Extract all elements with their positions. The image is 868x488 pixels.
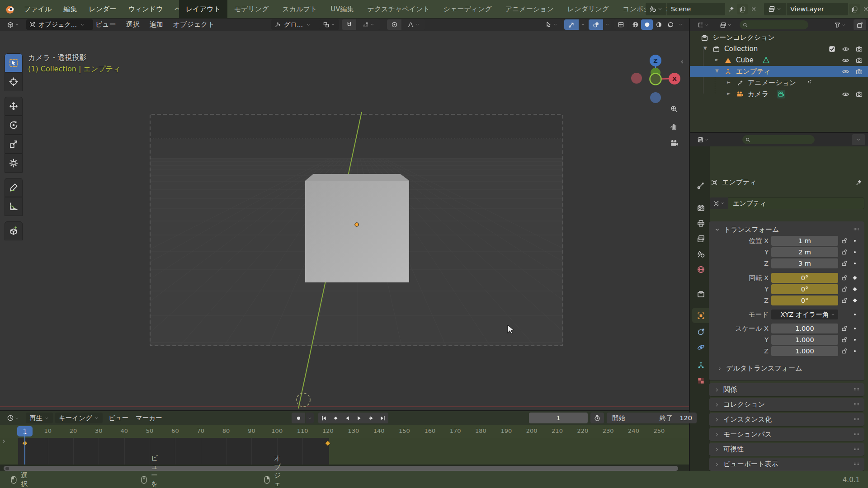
animate-dot-icon[interactable] — [852, 311, 858, 318]
panel-grip-icon[interactable] — [853, 386, 860, 393]
outliner-row-シーンコレクション[interactable]: シーンコレクション — [690, 32, 868, 43]
scene-close-button[interactable] — [749, 3, 759, 15]
properties-tab-view-layer[interactable] — [692, 231, 710, 246]
disclosure-open-icon[interactable]: ▼ — [715, 68, 719, 73]
panel-モーションパス[interactable]: モーションパス — [709, 428, 864, 441]
pivot-point-dropdown[interactable] — [319, 19, 339, 30]
editor-type-button-timeline[interactable] — [3, 413, 24, 423]
play-reverse-button[interactable] — [342, 413, 353, 423]
playhead-line[interactable] — [24, 428, 25, 465]
properties-tab-physics[interactable] — [692, 339, 710, 355]
shading-rendered-button[interactable] — [665, 19, 676, 30]
tool-rotate-button[interactable] — [5, 116, 23, 135]
lock-open-icon[interactable] — [841, 347, 848, 354]
tool-scale-button[interactable] — [5, 135, 23, 154]
tool-select-box-button[interactable] — [5, 53, 23, 72]
lock-open-icon[interactable] — [841, 249, 848, 255]
previous-keyframe-button[interactable] — [330, 413, 341, 423]
viewlayer-copy-button[interactable] — [849, 4, 860, 14]
shading-wireframe-button[interactable] — [629, 19, 641, 30]
keying-dropdown[interactable] — [306, 413, 314, 423]
animate-dot-icon[interactable] — [852, 238, 858, 244]
mode-dropdown[interactable]: オブジェク... — [26, 19, 93, 30]
hide-viewport-eye-icon[interactable] — [842, 45, 849, 53]
current-frame-field[interactable]: 1 — [529, 413, 588, 423]
topbar-menu-ウィンドウ[interactable]: ウィンドウ — [122, 5, 169, 14]
auto-keying-toggle[interactable] — [292, 413, 305, 423]
timeline-menu-再生[interactable]: 再生 — [26, 413, 53, 423]
transform-value-field[interactable]: 0° — [771, 273, 838, 283]
topbar-menu-レンダー[interactable]: レンダー — [83, 5, 122, 14]
workspace-tab-アニメーション[interactable]: アニメーション — [499, 0, 561, 18]
disable-render-camera-icon[interactable] — [855, 68, 863, 75]
keyframe-diamond-frame-120[interactable] — [325, 440, 331, 446]
tool-measure-button[interactable] — [5, 197, 23, 216]
scene-copy-button[interactable] — [737, 4, 748, 14]
timeline-menu-ビュー[interactable]: ビュー — [105, 413, 132, 423]
toggle-camera-view-icon[interactable] — [668, 137, 680, 149]
panel-インスタンス化[interactable]: インスタンス化 — [709, 413, 864, 426]
object-type-visibility-dropdown[interactable] — [541, 19, 562, 30]
transform-value-field[interactable]: 1.000 — [771, 324, 838, 333]
properties-tab-scene[interactable] — [692, 246, 710, 262]
panel-ビューポート表示[interactable]: ビューポート表示 — [709, 458, 864, 471]
animate-dot-icon[interactable] — [852, 325, 858, 332]
outliner-filter-dropdown[interactable] — [830, 19, 850, 30]
rotation-mode-dropdown[interactable]: XYZ オイラー角 — [771, 310, 838, 319]
panel-関係[interactable]: 関係 — [709, 383, 864, 396]
sidebar-collapse-arrow[interactable] — [679, 59, 685, 65]
viewport-menu-オブジェクト[interactable]: オブジェクト — [168, 20, 220, 29]
disclosure-closed-icon[interactable]: ► — [727, 91, 731, 96]
viewport-3d[interactable]: カメラ・透視投影 (1) Collection | エンプティ ZX — [0, 31, 689, 410]
workspace-tab-スカルプト[interactable]: スカルプト — [276, 0, 324, 18]
transform-value-field[interactable]: 1.000 — [771, 335, 838, 345]
disclosure-closed-icon[interactable]: ► — [715, 57, 719, 62]
panel-grip-icon[interactable] — [853, 460, 860, 467]
next-keyframe-button[interactable] — [365, 413, 377, 423]
panel-grip-icon[interactable] — [853, 401, 860, 408]
editor-type-button[interactable] — [3, 19, 24, 30]
hide-viewport-eye-icon[interactable] — [842, 68, 849, 75]
panel-grip-icon[interactable] — [853, 416, 860, 422]
panel-grip-icon[interactable] — [853, 446, 860, 452]
outliner-row-Cube[interactable]: ►Cube — [690, 55, 868, 66]
animate-dot-icon[interactable] — [852, 337, 858, 343]
new-collection-button[interactable] — [854, 19, 866, 30]
lock-open-icon[interactable] — [841, 336, 848, 343]
object-type-dropdown[interactable] — [710, 197, 728, 209]
disclosure-closed-icon[interactable]: ► — [727, 80, 731, 84]
viewport-menu-追加[interactable]: 追加 — [145, 20, 168, 29]
viewlayer-type-dropdown[interactable] — [764, 3, 786, 15]
delta-transform-subpanel[interactable]: デルタトランスフォーム — [717, 364, 802, 373]
workspace-tab-テクスチャペイント[interactable]: テクスチャペイント — [361, 0, 437, 18]
editor-type-button-outliner[interactable] — [693, 19, 713, 30]
frame-end-field[interactable]: 終了120 — [655, 413, 697, 423]
properties-search-input[interactable] — [754, 136, 815, 144]
scrollbar-thumb[interactable] — [4, 466, 678, 471]
properties-tab-object-data[interactable] — [692, 357, 710, 373]
transform-value-field[interactable]: 0° — [771, 296, 838, 305]
pan-view-icon[interactable] — [668, 120, 680, 132]
disable-render-camera-icon[interactable] — [855, 90, 863, 98]
timeline-menu-マーカー[interactable]: マーカー — [132, 413, 166, 423]
exclude-checkbox[interactable] — [828, 45, 836, 53]
outliner-row-Collection[interactable]: ▼Collection — [690, 43, 868, 55]
scene-type-dropdown[interactable] — [646, 3, 666, 15]
hide-viewport-eye-icon[interactable] — [842, 56, 849, 64]
animate-dot-icon[interactable] — [852, 260, 858, 267]
transform-value-field[interactable]: 0° — [771, 284, 838, 294]
workspace-tab-シェーディング[interactable]: シェーディング — [437, 0, 499, 18]
viewport-menu-選択[interactable]: 選択 — [121, 20, 145, 29]
properties-tab-world[interactable] — [692, 262, 710, 277]
animate-dot-icon[interactable] — [852, 348, 858, 354]
show-gizmo-toggle[interactable] — [564, 19, 579, 30]
navigation-gizmo[interactable]: ZX — [628, 45, 687, 104]
xray-toggle[interactable] — [614, 19, 627, 30]
pin-icon[interactable] — [855, 179, 863, 186]
panel-可視性[interactable]: 可視性 — [709, 443, 864, 456]
viewlayer-name-field[interactable]: ViewLayer — [787, 3, 848, 15]
panel-grip-icon[interactable] — [853, 225, 860, 233]
shading-solid-button[interactable] — [641, 19, 653, 30]
tool-add-cube-button[interactable] — [5, 221, 23, 240]
shading-material-preview-button[interactable] — [653, 19, 665, 30]
